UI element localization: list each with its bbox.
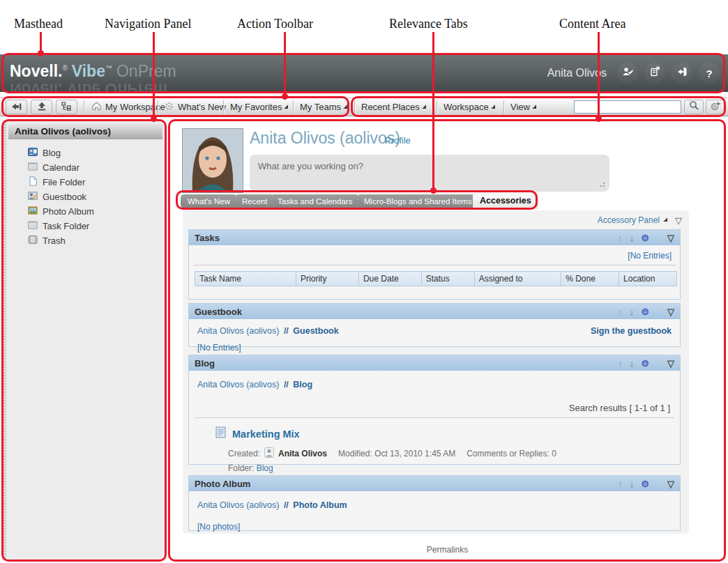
collapse-triangle-icon[interactable]: ▽: [667, 359, 674, 368]
breadcrumb: Anita Olivos (aolivos) // Guestbook: [197, 326, 339, 336]
tasks-table-header-row: Task Name Priority Due Date Status Assig…: [195, 272, 677, 286]
tab-tasks-and-calendars[interactable]: Tasks and Calendars: [271, 194, 359, 208]
gear-sun-icon: [164, 101, 174, 114]
tab-whats-new[interactable]: What's New: [181, 194, 237, 208]
collapse-triangle-icon[interactable]: ▽: [667, 233, 674, 242]
breadcrumb-user-link[interactable]: Anita Olivos (aolivos): [197, 380, 279, 390]
move-up-icon[interactable]: ↑: [618, 479, 623, 489]
file-folder-icon: [28, 176, 38, 188]
sidebar-item-file-folder[interactable]: File Folder: [28, 175, 165, 190]
toolbar-separator: [437, 100, 437, 114]
sign-guestbook-link[interactable]: Sign the guestbook: [591, 326, 672, 336]
column-assigned-to[interactable]: Assigned to: [474, 272, 561, 286]
move-down-icon[interactable]: ↓: [630, 358, 635, 369]
column-percent-done[interactable]: % Done: [561, 272, 619, 286]
breadcrumb-user-link[interactable]: Anita Olivos (aolivos): [197, 500, 279, 510]
callout-line-masthead: [40, 32, 42, 52]
sidebar-item-task-folder[interactable]: Task Folder: [28, 219, 165, 233]
tab-accessories[interactable]: Accessories: [473, 192, 538, 209]
content-area: Anita Olivos (aolivos) Profile What are …: [170, 121, 725, 560]
toolbar-item-my-workspace[interactable]: My Workspace: [91, 98, 165, 116]
page-title-user: Anita Olivos (aolivos): [250, 129, 400, 148]
breadcrumb-blog-link[interactable]: Blog: [293, 380, 312, 390]
sidebar-item-blog[interactable]: Blog: [28, 146, 165, 160]
dropdown-icon: [422, 105, 430, 112]
breadcrumb-photo-album-link[interactable]: Photo Album: [293, 500, 347, 510]
column-task-name[interactable]: Task Name: [195, 272, 296, 286]
toolbar-item-workspace[interactable]: Workspace: [443, 98, 498, 116]
logout-button[interactable]: [672, 63, 692, 84]
blog-entry-title-link[interactable]: Marketing Mix: [232, 429, 300, 440]
user-status-button[interactable]: [617, 63, 638, 84]
brand-registered-mark: ®: [62, 64, 67, 72]
toolbar-separator: [84, 100, 84, 114]
column-due-date[interactable]: Due Date: [358, 272, 421, 286]
annotation-label-navigation: Navigation Panel: [105, 17, 191, 31]
search-results-count: Search results [ 1-1 of 1 ]: [189, 390, 680, 417]
sidebar-workspace-title[interactable]: Anita Olivos (aolivos): [8, 123, 162, 139]
move-up-icon[interactable]: ↑: [618, 358, 623, 369]
collapse-triangle-icon[interactable]: ▽: [675, 216, 682, 225]
gear-icon[interactable]: ⚙: [641, 358, 649, 369]
search-input[interactable]: [574, 100, 681, 114]
feed-button[interactable]: [644, 63, 665, 84]
accessory-panel-link[interactable]: Accessory Panel: [598, 215, 660, 225]
guestbook-icon: [28, 191, 38, 203]
breadcrumb: Anita Olivos (aolivos) // Photo Album: [197, 500, 347, 510]
resize-grip-icon[interactable]: [603, 185, 605, 187]
permalinks-link[interactable]: Permalinks: [170, 545, 725, 555]
move-down-icon[interactable]: ↓: [630, 479, 635, 489]
move-up-icon[interactable]: ↑: [618, 307, 623, 317]
workspace-tree-button[interactable]: [56, 100, 77, 114]
search-options-button[interactable]: [706, 100, 725, 114]
up-level-button[interactable]: [31, 100, 52, 114]
column-status[interactable]: Status: [421, 272, 474, 286]
gear-icon[interactable]: ⚙: [641, 233, 649, 243]
breadcrumb-user-link[interactable]: Anita Olivos (aolivos): [197, 326, 279, 336]
column-priority[interactable]: Priority: [296, 272, 359, 286]
sidebar-item-photo-album[interactable]: Photo Album: [28, 204, 165, 219]
entry-author[interactable]: Anita Olivos: [278, 449, 327, 458]
folder-blog-link[interactable]: Blog: [257, 463, 273, 473]
back-button[interactable]: [6, 100, 27, 114]
profile-link[interactable]: Profile: [385, 135, 411, 146]
photo-album-icon: [28, 206, 38, 217]
search-button[interactable]: [684, 100, 704, 114]
dropdown-icon: [285, 105, 292, 112]
toolbar-item-whats-new[interactable]: What's New: [164, 98, 226, 116]
gear-icon[interactable]: ⚙: [641, 479, 649, 489]
workspace-tree-icon: [61, 101, 72, 114]
trash-icon: [28, 235, 38, 247]
tab-recent[interactable]: Recent: [235, 194, 274, 208]
toolbar-item-view[interactable]: View: [510, 98, 539, 116]
breadcrumb: Anita Olivos (aolivos) // Blog: [197, 380, 312, 390]
dropdown-icon: [343, 105, 351, 112]
breadcrumb-guestbook-link[interactable]: Guestbook: [293, 326, 338, 336]
move-up-icon[interactable]: ↑: [618, 233, 623, 243]
dropdown-icon[interactable]: [663, 217, 671, 225]
toolbar-item-my-teams[interactable]: My Teams: [300, 98, 350, 116]
logo-reflection: Novell. Vibe OnPrem: [10, 79, 167, 98]
tab-micro-blogs[interactable]: Micro-Blogs and Shared Items: [357, 194, 479, 208]
search-plus-icon: [710, 100, 722, 114]
toolbar-separator: [354, 100, 355, 114]
sidebar-item-trash[interactable]: Trash: [28, 233, 165, 248]
dropdown-icon: [491, 105, 499, 112]
microblog-input[interactable]: What are you working on?: [250, 155, 609, 192]
profile-photo[interactable]: [182, 128, 243, 193]
brand-vibe: Vibe: [72, 62, 105, 80]
help-button[interactable]: ?: [699, 63, 720, 84]
guestbook-section-title: Guestbook: [195, 307, 242, 317]
collapse-triangle-icon[interactable]: ▽: [667, 307, 674, 316]
gear-icon[interactable]: ⚙: [641, 307, 649, 317]
toolbar-item-my-favorites[interactable]: My Favorites: [230, 98, 291, 116]
sidebar-item-guestbook[interactable]: Guestbook: [28, 190, 165, 204]
collapse-triangle-icon[interactable]: ▽: [667, 479, 674, 488]
column-location[interactable]: Location: [619, 272, 677, 286]
move-down-icon[interactable]: ↓: [630, 233, 635, 243]
toolbar-item-recent-places[interactable]: Recent Places: [361, 98, 429, 116]
section-tasks: Tasks ↑ ↓ ⚙ ▽ [No Entries] Task Name Pri…: [188, 229, 681, 300]
brand-novell: Novell: [10, 62, 58, 80]
move-down-icon[interactable]: ↓: [630, 307, 635, 317]
sidebar-item-calendar[interactable]: Calendar: [28, 160, 165, 175]
